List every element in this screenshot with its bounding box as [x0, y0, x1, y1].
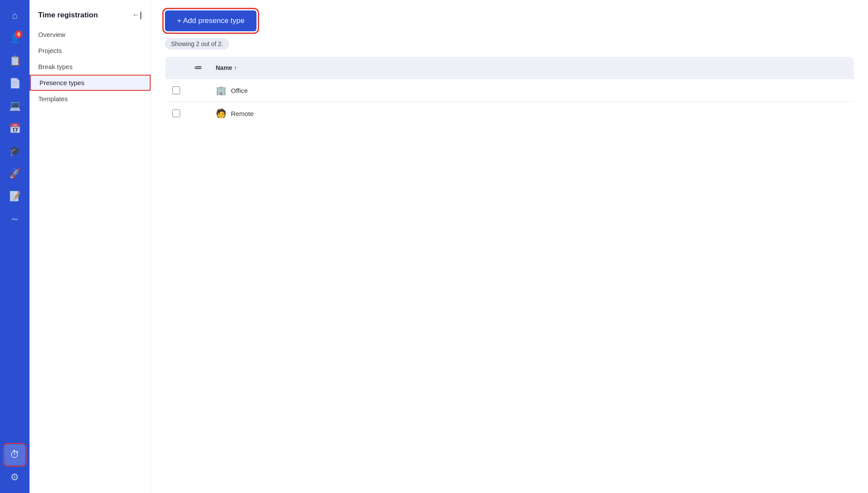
table-header-row: ≔ Name ↑ [165, 57, 854, 79]
sidebar-item-templates[interactable]: Templates [30, 91, 151, 107]
time-nav-item[interactable]: ⏱ [4, 444, 25, 465]
remote-label: Remote [231, 110, 254, 117]
rocket-nav-item[interactable]: 🚀 [4, 163, 25, 184]
calendar-icon: 📅 [9, 123, 21, 134]
documents-icon: 📋 [9, 55, 21, 66]
sidebar: Time registration ←| Overview Projects B… [30, 0, 151, 493]
row-name-cell-remote: 🧑 Remote [209, 102, 854, 125]
column-header-select [165, 57, 187, 79]
people-nav-item[interactable]: 👤 8 [4, 28, 25, 49]
add-document-nav-item[interactable]: 📝 [4, 186, 25, 207]
row-name-cell-office: 🏢 Office [209, 79, 854, 102]
graduation-nav-item[interactable]: 🎓 [4, 141, 25, 162]
sidebar-item-overview[interactable]: Overview [30, 26, 151, 43]
sidebar-navigation: Overview Projects Break types Presence t… [30, 26, 151, 107]
laptop-nav-item[interactable]: 💻 [4, 96, 25, 116]
select-remote-checkbox[interactable] [172, 109, 180, 117]
presence-types-table: ≔ Name ↑ 🏢 Office [165, 56, 854, 125]
graduation-icon: 🎓 [9, 146, 21, 157]
clipboard-nav-item[interactable]: 📄 [4, 73, 25, 94]
row-checkbox-cell-remote [165, 102, 187, 125]
row-filter-cell-office [187, 79, 209, 102]
people-badge: 8 [15, 30, 23, 38]
main-toolbar: + Add presence type [165, 10, 854, 31]
main-content: + Add presence type Showing 2 out of 2. … [151, 0, 868, 493]
showing-badge: Showing 2 out of 2. [165, 38, 229, 50]
clipboard-icon: 📄 [9, 78, 21, 89]
table-row: 🧑 Remote [165, 102, 854, 125]
row-filter-cell-remote [187, 102, 209, 125]
sidebar-header: Time registration ←| [30, 7, 151, 26]
settings-nav-item[interactable]: ⚙ [4, 467, 25, 488]
analytics-nav-item[interactable]: ～ [4, 208, 25, 229]
sidebar-item-presence-types[interactable]: Presence types [30, 75, 151, 91]
column-header-name[interactable]: Name ↑ [209, 57, 854, 79]
rocket-icon: 🚀 [9, 168, 21, 179]
documents-nav-item[interactable]: 📋 [4, 50, 25, 71]
add-document-icon: 📝 [9, 191, 21, 202]
icon-nav: ⌂ 👤 8 📋 📄 💻 📅 🎓 🚀 📝 ～ ⏱ ⚙ [0, 0, 30, 493]
sidebar-item-break-types[interactable]: Break types [30, 59, 151, 75]
name-column-label: Name ↑ [216, 64, 237, 71]
filter-icon[interactable]: ≔ [194, 63, 202, 73]
sidebar-back-button[interactable]: ←| [132, 10, 142, 20]
office-label: Office [231, 87, 248, 94]
row-checkbox-cell-office [165, 79, 187, 102]
time-icon: ⏱ [10, 449, 20, 460]
settings-icon: ⚙ [10, 472, 19, 483]
analytics-icon: ～ [10, 212, 20, 225]
home-nav-item[interactable]: ⌂ [4, 5, 25, 26]
laptop-icon: 💻 [9, 100, 21, 112]
sidebar-title: Time registration [38, 11, 98, 20]
sidebar-item-projects[interactable]: Projects [30, 43, 151, 59]
home-icon: ⌂ [12, 10, 17, 21]
select-office-checkbox[interactable] [172, 86, 180, 94]
add-presence-type-button[interactable]: + Add presence type [165, 10, 256, 31]
office-icon: 🏢 [216, 85, 227, 96]
table-row: 🏢 Office [165, 79, 854, 102]
calendar-nav-item[interactable]: 📅 [4, 118, 25, 139]
remote-icon: 🧑 [216, 108, 227, 119]
column-header-filter: ≔ [187, 57, 209, 79]
